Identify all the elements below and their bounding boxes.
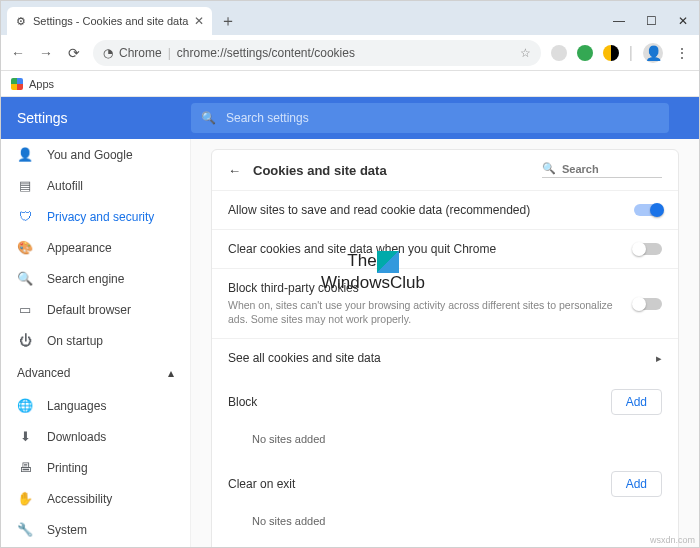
browser-tab[interactable]: ⚙ Settings - Cookies and site data ✕ xyxy=(7,7,212,35)
printer-icon: 🖶 xyxy=(17,460,33,475)
wrench-icon: 🔧 xyxy=(17,522,33,537)
minimize-button[interactable]: — xyxy=(603,7,635,35)
sidebar: 👤You and Google ▤Autofill 🛡Privacy and s… xyxy=(1,139,191,547)
card-search[interactable]: 🔍 Search xyxy=(542,162,662,178)
sidebar-advanced[interactable]: Advanced▴ xyxy=(1,356,190,390)
settings-search[interactable]: 🔍 Search settings xyxy=(191,103,669,133)
row-block-third-party: Block third-party cookies When on, sites… xyxy=(212,268,678,338)
chevron-up-icon: ▴ xyxy=(168,366,174,380)
chevron-right-icon: ▸ xyxy=(656,352,662,365)
browser-icon: ▭ xyxy=(17,302,33,317)
settings-header: Settings 🔍 Search settings xyxy=(1,97,699,139)
window-titlebar: ⚙ Settings - Cookies and site data ✕ ＋ —… xyxy=(1,1,699,35)
back-button[interactable]: ← xyxy=(9,45,27,61)
autofill-icon: ▤ xyxy=(17,178,33,193)
shield-icon: 🛡 xyxy=(17,209,33,224)
section-clear-exit: Clear on exit Add xyxy=(212,459,678,509)
gear-icon: ⚙ xyxy=(15,15,27,27)
person-icon: 👤 xyxy=(17,147,33,162)
tab-title: Settings - Cookies and site data xyxy=(33,15,188,27)
section-allow: Allow Add xyxy=(212,541,678,547)
block-empty: No sites added xyxy=(212,427,678,459)
add-clear-exit-button[interactable]: Add xyxy=(611,471,662,497)
sidebar-item-startup[interactable]: ⏻On startup xyxy=(1,325,190,356)
chrome-icon: ◔ xyxy=(103,46,113,60)
sidebar-item-accessibility[interactable]: ✋Accessibility xyxy=(1,483,190,514)
close-tab-icon[interactable]: ✕ xyxy=(194,14,204,28)
new-tab-button[interactable]: ＋ xyxy=(216,9,240,33)
search-icon: 🔍 xyxy=(201,111,216,125)
extension-icon[interactable] xyxy=(551,45,567,61)
sidebar-item-languages[interactable]: 🌐Languages xyxy=(1,390,190,421)
address-bar[interactable]: ◔ Chrome | chrome://settings/content/coo… xyxy=(93,40,541,66)
sidebar-item-downloads[interactable]: ⬇Downloads xyxy=(1,421,190,452)
sidebar-item-default-browser[interactable]: ▭Default browser xyxy=(1,294,190,325)
reload-button[interactable]: ⟳ xyxy=(65,45,83,61)
content-area: ← Cookies and site data 🔍 Search Allow s… xyxy=(191,139,699,547)
power-icon: ⏻ xyxy=(17,333,33,348)
card-header: ← Cookies and site data 🔍 Search xyxy=(212,150,678,190)
search-placeholder: Search settings xyxy=(226,111,309,125)
sidebar-item-autofill[interactable]: ▤Autofill xyxy=(1,170,190,201)
maximize-button[interactable]: ☐ xyxy=(635,7,667,35)
url-text: chrome://settings/content/cookies xyxy=(177,46,355,60)
row-allow-cookies: Allow sites to save and read cookie data… xyxy=(212,190,678,229)
extension-icon[interactable] xyxy=(603,45,619,61)
add-block-button[interactable]: Add xyxy=(611,389,662,415)
row-clear-on-quit: Clear cookies and site data when you qui… xyxy=(212,229,678,268)
download-icon: ⬇ xyxy=(17,429,33,444)
clear-exit-empty: No sites added xyxy=(212,509,678,541)
accessibility-icon: ✋ xyxy=(17,491,33,506)
search-icon: 🔍 xyxy=(542,162,556,175)
globe-icon: 🌐 xyxy=(17,398,33,413)
sidebar-item-reset[interactable]: ⟳Reset and clean up xyxy=(1,545,190,547)
menu-icon[interactable]: ⋮ xyxy=(673,45,691,61)
main-area: 👤You and Google ▤Autofill 🛡Privacy and s… xyxy=(1,139,699,547)
back-button[interactable]: ← xyxy=(228,163,241,178)
toggle-allow-cookies[interactable] xyxy=(634,204,662,216)
toggle-block-third-party[interactable] xyxy=(634,298,662,310)
sidebar-item-system[interactable]: 🔧System xyxy=(1,514,190,545)
divider: | xyxy=(629,44,633,62)
forward-button[interactable]: → xyxy=(37,45,55,61)
settings-title: Settings xyxy=(1,110,191,126)
section-block: Block Add xyxy=(212,377,678,427)
toggle-clear-on-quit[interactable] xyxy=(634,243,662,255)
page-title: Cookies and site data xyxy=(253,163,387,178)
settings-card: ← Cookies and site data 🔍 Search Allow s… xyxy=(211,149,679,547)
palette-icon: 🎨 xyxy=(17,240,33,255)
apps-icon xyxy=(11,78,23,90)
browser-toolbar: ← → ⟳ ◔ Chrome | chrome://settings/conte… xyxy=(1,35,699,71)
sidebar-item-search-engine[interactable]: 🔍Search engine xyxy=(1,263,190,294)
extension-icon[interactable] xyxy=(577,45,593,61)
footer-text: wsxdn.com xyxy=(650,535,695,545)
extensions-area xyxy=(551,45,619,61)
profile-avatar[interactable]: 👤 xyxy=(643,43,663,63)
search-icon: 🔍 xyxy=(17,271,33,286)
close-window-button[interactable]: ✕ xyxy=(667,7,699,35)
window-controls: — ☐ ✕ xyxy=(603,7,699,35)
apps-button[interactable]: Apps xyxy=(29,78,54,90)
bookmark-star-icon[interactable]: ☆ xyxy=(520,46,531,60)
sidebar-item-you-and-google[interactable]: 👤You and Google xyxy=(1,139,190,170)
row-see-all[interactable]: See all cookies and site data ▸ xyxy=(212,338,678,377)
sidebar-item-printing[interactable]: 🖶Printing xyxy=(1,452,190,483)
url-scheme: Chrome xyxy=(119,46,162,60)
bookmarks-bar: Apps xyxy=(1,71,699,97)
sidebar-item-privacy[interactable]: 🛡Privacy and security xyxy=(1,201,190,232)
sidebar-item-appearance[interactable]: 🎨Appearance xyxy=(1,232,190,263)
